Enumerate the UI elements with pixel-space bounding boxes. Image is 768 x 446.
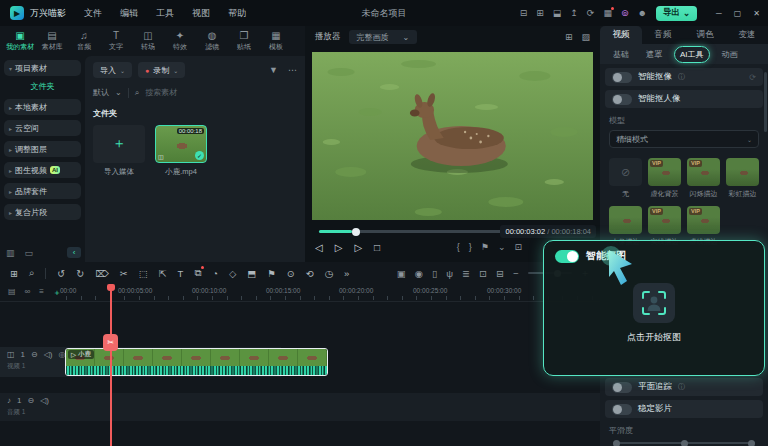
smart-cutout-toggle[interactable] [612, 72, 632, 83]
speed-icon[interactable]: ◔ [212, 268, 218, 279]
preview-quality-icon[interactable]: ◉ [415, 268, 423, 279]
mute-icon[interactable]: ◁) [44, 350, 53, 359]
mute-icon[interactable]: ◁) [40, 396, 49, 405]
user-account-icon[interactable]: ☻ [637, 8, 646, 18]
scopes-icon[interactable]: ▨ [581, 32, 590, 42]
undo-icon[interactable]: ↺ [57, 268, 65, 279]
crop-icon[interactable]: ⬚ [139, 268, 148, 279]
slider-handle[interactable] [681, 440, 688, 446]
minimize-button[interactable]: ─ [716, 9, 722, 18]
save-icon[interactable]: ⬓ [553, 8, 562, 18]
plan-icon[interactable]: ⊟ [520, 8, 528, 18]
start-cutout-button[interactable] [633, 283, 675, 323]
sidebar-item-brand-kit[interactable]: ▸ 品牌套件 [4, 183, 81, 199]
snapshot-tool-icon[interactable]: ⊙ [287, 268, 295, 279]
tab-audio-props[interactable]: 音频 [642, 26, 684, 44]
playhead-handle[interactable] [107, 284, 115, 291]
sidebar-item-adjustment-layer[interactable]: ▸ 调整图层 [4, 141, 81, 157]
portrait-cutout-toggle[interactable] [612, 94, 632, 105]
next-frame-button[interactable]: ▷ [354, 242, 362, 253]
stabilize-toggle[interactable] [612, 404, 632, 415]
voiceover-mic-icon[interactable]: ψ [446, 268, 453, 279]
multiview-icon[interactable]: ⊞ [565, 32, 573, 42]
manage-tracks-icon[interactable]: ▤ [8, 287, 16, 298]
subtab-mask[interactable]: 遮罩 [641, 47, 667, 62]
rotate-icon[interactable]: ⟲ [306, 268, 314, 279]
panel-scrollbar[interactable] [764, 72, 767, 132]
new-folder-icon[interactable]: ▥ [6, 248, 15, 258]
sidebar-item-image-to-video[interactable]: ▸ 图生视频 AI [4, 162, 81, 178]
folder-icon[interactable]: ▭ [25, 248, 34, 258]
tab-audio[interactable]: ♫ 音频 [70, 30, 98, 52]
track-stack-icon[interactable]: ≡ [39, 287, 44, 298]
upload-icon[interactable]: ↥ [570, 8, 578, 18]
sync-icon[interactable]: ⟳ [587, 8, 595, 18]
playhead[interactable] [110, 284, 112, 446]
link-clips-icon[interactable]: ∞ [25, 287, 31, 298]
delete-icon[interactable]: ⌦ [95, 268, 108, 279]
sidebar-item-project-media[interactable]: ▾ 项目素材 [4, 60, 81, 76]
tab-templates[interactable]: ▦ 模板 [262, 30, 290, 52]
preset-none[interactable]: ⊘ 无 [609, 158, 642, 199]
lock-icon[interactable]: ⊖ [31, 350, 38, 359]
reframe-icon[interactable]: ⇱ [159, 268, 167, 279]
tab-filters[interactable]: ◍ 滤镜 [198, 30, 226, 52]
redo-icon[interactable]: ↻ [76, 268, 84, 279]
quality-dropdown[interactable]: 完整画质 ⌄ [349, 30, 418, 44]
export-button[interactable]: 导出 ⌄ [656, 6, 697, 21]
smoothness-slider[interactable] [613, 442, 755, 444]
media-clip-tile[interactable]: 00:00:18 ◫ ✓ 小鹿.mp4 [155, 125, 207, 177]
sort-dropdown[interactable]: 默认 [93, 87, 109, 98]
reset-icon[interactable]: ⟳ [749, 73, 756, 82]
sidebar-item-compound-clip[interactable]: ▸ 复合片段 [4, 204, 81, 220]
menu-view[interactable]: 视图 [192, 7, 210, 20]
sidebar-item-folder[interactable]: 文件夹 [4, 81, 81, 92]
audio-mixer-icon[interactable]: ≣ [462, 268, 470, 279]
add-text-icon[interactable]: T [178, 268, 184, 279]
menu-tools[interactable]: 工具 [156, 7, 174, 20]
tab-my-media[interactable]: ▣ 我的素材 [6, 30, 34, 52]
preset-flash-stroke[interactable]: VIP 闪烁描边 [687, 158, 720, 199]
chroma-key-icon[interactable]: ⬒ [247, 268, 256, 279]
tab-stock-media[interactable]: ▤ 素材库 [38, 30, 66, 52]
split-icon[interactable]: ✂ [120, 268, 128, 279]
subtab-animation[interactable]: 动画 [717, 47, 743, 62]
zoom-tool-icon[interactable]: ⌕ [29, 267, 34, 279]
close-button[interactable]: ✕ [753, 9, 760, 18]
panels-icon[interactable]: ⊞ [536, 8, 544, 18]
model-select[interactable]: 精细模式 ⌄ [609, 130, 759, 148]
menu-edit[interactable]: 编辑 [120, 7, 138, 20]
menu-help[interactable]: 帮助 [228, 7, 246, 20]
stop-button[interactable]: □ [374, 242, 380, 253]
tab-speed[interactable]: 变速 [726, 26, 768, 44]
tab-effects[interactable]: ✦ 特效 [166, 30, 194, 52]
timeline-ruler[interactable]: ▤ ∞ ≡ ＋ 00:00 00:00:05:00 00:00:10:00 00… [0, 284, 600, 302]
fit-timeline-icon[interactable]: ⊟ [496, 268, 504, 279]
export-frame-icon[interactable]: ⊡ [479, 268, 487, 279]
auto-reframe-icon[interactable]: ▣ [397, 268, 406, 279]
more-tools-icon[interactable]: » [344, 268, 349, 279]
planar-tracking-toggle[interactable] [612, 382, 632, 393]
preset-blur-background[interactable]: VIP 虚化背景 [648, 158, 681, 199]
tab-text[interactable]: T 文字 [102, 30, 130, 52]
preset-rainbow-stroke[interactable]: 彩虹描边 [726, 158, 759, 199]
pip-icon[interactable]: ⧉ [194, 267, 201, 279]
frame-marker-icon[interactable]: ⚑ [481, 242, 489, 252]
cart-icon[interactable]: ⊚ [621, 8, 629, 18]
keyframe-icon[interactable]: ◇ [229, 268, 236, 279]
lock-icon[interactable]: ⊖ [27, 396, 34, 405]
play-button[interactable]: ▷ [335, 242, 343, 253]
tab-color[interactable]: 调色 [684, 26, 726, 44]
render-preview-icon[interactable]: ◷ [325, 268, 333, 279]
timeline-clip[interactable]: ▷ 小鹿 [65, 348, 328, 376]
tab-stickers[interactable]: ❐ 贴纸 [230, 30, 258, 52]
sidebar-item-local-media[interactable]: ▸ 本地素材 [4, 99, 81, 115]
more-options-icon[interactable]: ⋯ [288, 65, 297, 75]
notifications-icon[interactable]: ▦ [603, 8, 612, 18]
import-button[interactable]: 导入 ⌄ [93, 62, 132, 78]
collapse-sidebar-button[interactable]: ‹ [67, 247, 81, 258]
search-input[interactable] [145, 88, 255, 97]
vertical-preview-icon[interactable]: ▯ [432, 268, 437, 279]
mark-out-button[interactable]: } [469, 242, 472, 252]
seek-slider[interactable] [319, 230, 515, 233]
